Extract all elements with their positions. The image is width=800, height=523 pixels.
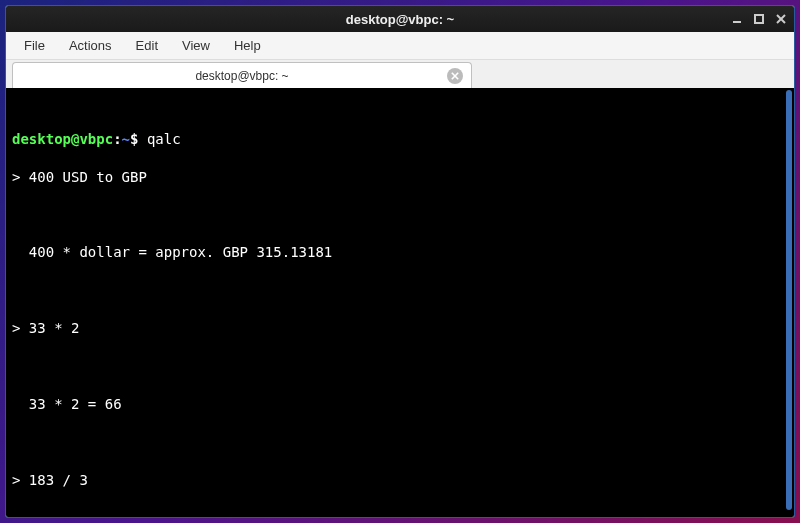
prompt-command: qalc [147, 131, 181, 147]
output-line [12, 357, 788, 376]
output-line: > 183 / 3 [12, 471, 788, 490]
scrollbar-thumb[interactable] [786, 90, 792, 510]
output-line [12, 206, 788, 225]
terminal-window: desktop@vbpc: ~ File Actions Edit View H… [5, 5, 795, 518]
menu-file[interactable]: File [14, 34, 55, 57]
output-line [12, 509, 788, 517]
svg-rect-1 [755, 15, 763, 23]
menu-edit[interactable]: Edit [126, 34, 168, 57]
tab-label: desktop@vbpc: ~ [195, 69, 288, 83]
titlebar[interactable]: desktop@vbpc: ~ [6, 6, 794, 32]
minimize-button[interactable] [730, 12, 744, 26]
prompt-dollar: $ [130, 131, 147, 147]
window-title: desktop@vbpc: ~ [346, 12, 454, 27]
tab-terminal[interactable]: desktop@vbpc: ~ [12, 62, 472, 88]
output-line [12, 433, 788, 452]
output-line: 400 * dollar = approx. GBP 315.13181 [12, 243, 788, 262]
window-controls [730, 6, 788, 32]
prompt-user: desktop@vbpc [12, 131, 113, 147]
menu-help[interactable]: Help [224, 34, 271, 57]
prompt-colon: : [113, 131, 121, 147]
prompt-path: ~ [122, 131, 130, 147]
close-button[interactable] [774, 12, 788, 26]
terminal-output[interactable]: desktop@vbpc:~$ qalc > 400 USD to GBP 40… [6, 88, 794, 517]
menubar: File Actions Edit View Help [6, 32, 794, 60]
output-line: > 400 USD to GBP [12, 168, 788, 187]
maximize-button[interactable] [752, 12, 766, 26]
output-line: 33 * 2 = 66 [12, 395, 788, 414]
menu-view[interactable]: View [172, 34, 220, 57]
menu-actions[interactable]: Actions [59, 34, 122, 57]
output-line: > 33 * 2 [12, 319, 788, 338]
tab-close-icon[interactable] [447, 68, 463, 84]
output-line [12, 281, 788, 300]
tab-bar: desktop@vbpc: ~ [6, 60, 794, 88]
